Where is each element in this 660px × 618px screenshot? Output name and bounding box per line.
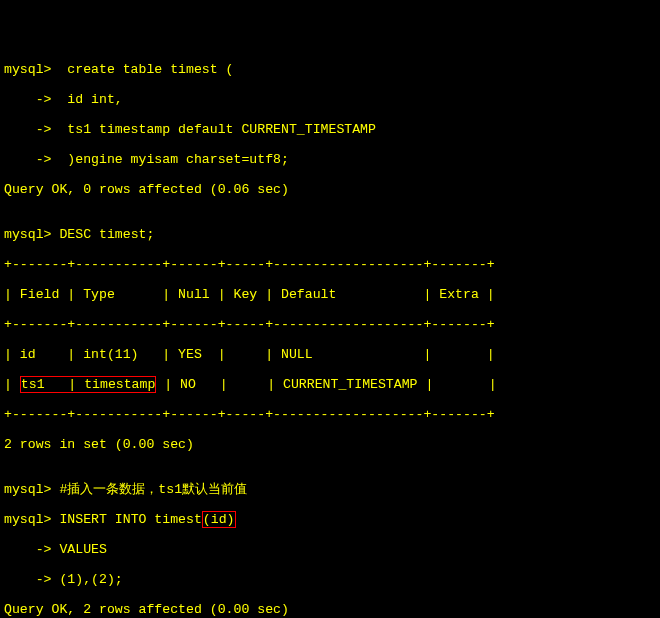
- continuation-line: -> )engine myisam charset=utf8;: [4, 152, 656, 167]
- continuation-line: -> (1),(2);: [4, 572, 656, 587]
- continuation-line: -> VALUES: [4, 542, 656, 557]
- continuation-prompt: ->: [4, 152, 67, 167]
- prompt-line: mysql> create table timest (: [4, 62, 656, 77]
- table-data-row: | id | int(11) | YES | | NULL | |: [4, 347, 656, 362]
- mysql-prompt: mysql>: [4, 227, 59, 242]
- continuation-line: -> ts1 timestamp default CURRENT_TIMESTA…: [4, 122, 656, 137]
- continuation-prompt: ->: [4, 122, 67, 137]
- continuation-line: -> id int,: [4, 92, 656, 107]
- prompt-line: mysql> INSERT INTO timest(id): [4, 512, 656, 527]
- highlight-ts1-column: ts1 | timestamp: [20, 376, 157, 393]
- continuation-prompt: ->: [4, 572, 59, 587]
- sql-comment: #插入一条数据，ts1默认当前值: [59, 482, 247, 497]
- sql-create-table: create table timest (: [67, 62, 233, 77]
- sql-values-keyword: VALUES: [59, 542, 106, 557]
- table-border: +-------+-----------+------+-----+------…: [4, 317, 656, 332]
- query-result: Query OK, 2 rows affected (0.00 sec): [4, 602, 656, 617]
- table-data-row: | ts1 | timestamp | NO | | CURRENT_TIMES…: [4, 377, 656, 392]
- table-header-row: | Field | Type | Null | Key | Default | …: [4, 287, 656, 302]
- query-result: Query OK, 0 rows affected (0.06 sec): [4, 182, 656, 197]
- continuation-prompt: ->: [4, 542, 59, 557]
- sql-values-list: (1),(2);: [59, 572, 122, 587]
- sql-column-def: id int,: [67, 92, 122, 107]
- prompt-line: mysql> #插入一条数据，ts1默认当前值: [4, 482, 656, 497]
- rows-result: 2 rows in set (0.00 sec): [4, 437, 656, 452]
- table-border: +-------+-----------+------+-----+------…: [4, 407, 656, 422]
- highlight-id-column: (id): [202, 511, 236, 528]
- sql-engine-clause: )engine myisam charset=utf8;: [67, 152, 289, 167]
- sql-insert: INSERT INTO timest: [59, 512, 201, 527]
- table-border: +-------+-----------+------+-----+------…: [4, 257, 656, 272]
- sql-desc: DESC timest;: [59, 227, 154, 242]
- continuation-prompt: ->: [4, 92, 67, 107]
- mysql-prompt: mysql>: [4, 62, 67, 77]
- sql-column-def: ts1 timestamp default CURRENT_TIMESTAMP: [67, 122, 376, 137]
- mysql-prompt: mysql>: [4, 512, 59, 527]
- prompt-line: mysql> DESC timest;: [4, 227, 656, 242]
- mysql-prompt: mysql>: [4, 482, 59, 497]
